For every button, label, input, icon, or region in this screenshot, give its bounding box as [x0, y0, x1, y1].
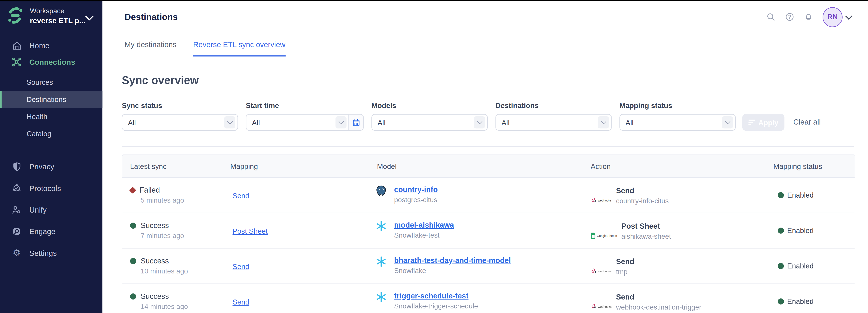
filter-start-time: Start time All — [246, 101, 364, 131]
webhooks-logo: webhooks — [591, 259, 612, 284]
unify-icon — [11, 205, 22, 215]
start-time-select[interactable]: All — [246, 114, 364, 131]
tab-my-destinations[interactable]: My destinations — [125, 40, 177, 57]
filter-destinations: Destinations All — [496, 101, 612, 131]
snowflake-icon — [375, 256, 387, 268]
mapping-link[interactable]: Send — [232, 262, 249, 271]
table-row: Success 7 minutes ago Post Sheet model-a… — [122, 213, 855, 248]
action-name: Send — [616, 186, 669, 195]
sidebar-item-label: Catalog — [27, 130, 51, 138]
failed-status-icon — [129, 187, 136, 194]
mapping-link[interactable]: Post Sheet — [232, 227, 268, 235]
filter-models: Models All — [371, 101, 488, 131]
enabled-dot-icon — [778, 192, 784, 198]
search-icon[interactable] — [766, 12, 775, 22]
destination-logo-label: webhooks — [598, 269, 612, 273]
sidebar: Workspace reverse ETL p... Home Connect — [0, 1, 102, 313]
sync-time: 5 minutes ago — [141, 196, 230, 204]
chevron-down-icon — [85, 12, 94, 21]
action-destination: country-info-citus — [616, 197, 669, 205]
webhooks-logo: webhooks — [591, 294, 612, 313]
section-heading: Sync overview — [122, 74, 868, 87]
success-status-icon — [130, 223, 136, 229]
sidebar-item-catalog[interactable]: Catalog — [0, 125, 102, 143]
chevron-down-icon — [598, 116, 609, 128]
help-icon[interactable] — [785, 12, 794, 22]
sidebar-item-sources[interactable]: Sources — [0, 74, 102, 91]
tab-reverse-etl-sync-overview[interactable]: Reverse ETL sync overview — [193, 40, 285, 57]
sidebar-item-protocols[interactable]: Protocols — [0, 180, 102, 196]
column-header-mapping: Mapping — [230, 162, 375, 170]
destination-logo-label: webhooks — [598, 198, 612, 202]
page-header: Destinations RN — [102, 1, 868, 33]
sidebar-item-label: Sources — [27, 78, 53, 86]
model-link[interactable]: trigger-schedule-test — [394, 291, 478, 301]
mapping-status-value: Enabled — [787, 191, 814, 199]
rudderstack-logo-icon — [5, 6, 24, 27]
clear-all-button[interactable]: Clear all — [793, 118, 820, 126]
sidebar-item-label: Home — [29, 41, 50, 50]
sidebar-item-label: Engage — [29, 227, 55, 236]
filter-label: Models — [371, 101, 488, 109]
action-name: Send — [616, 292, 701, 302]
workspace-eyebrow: Workspace — [30, 7, 86, 16]
models-select[interactable]: All — [371, 114, 488, 131]
sidebar-item-label: Health — [27, 113, 48, 121]
model-link[interactable]: bharath-test-day-and-time-model — [394, 256, 511, 265]
model-link[interactable]: model-aishikawa — [394, 220, 454, 230]
destination-logo-label: Google Sheets — [597, 234, 617, 237]
model-source: Snowflake-test — [394, 231, 454, 239]
webhooks-logo: webhooks — [591, 188, 612, 213]
sidebar-item-home[interactable]: Home — [0, 37, 102, 54]
action-destination: tmp — [616, 268, 634, 276]
sidebar-item-engage[interactable]: Engage — [0, 223, 102, 240]
table-row: Failed 5 minutes ago Send country-info p… — [122, 178, 855, 213]
sync-status-select[interactable]: All — [122, 114, 238, 131]
filter-icon — [748, 118, 755, 126]
table-row: Success 10 minutes ago Send bharath-test… — [122, 248, 855, 283]
filter-mapping-status: Mapping status All — [619, 101, 736, 131]
select-value: All — [246, 118, 260, 126]
mapping-status-value: Enabled — [787, 226, 814, 235]
destinations-select[interactable]: All — [496, 114, 612, 131]
enabled-dot-icon — [778, 263, 784, 269]
engage-icon — [11, 226, 22, 237]
user-menu[interactable]: RN — [823, 7, 851, 27]
protocols-icon — [11, 183, 22, 193]
model-link[interactable]: country-info — [394, 185, 438, 194]
sync-table: Latest sync Mapping Model Action Mapping… — [122, 155, 855, 313]
sync-time: 10 minutes ago — [141, 268, 230, 275]
table-row: Success 14 minutes ago Send trigger-sche… — [122, 283, 855, 313]
main-panel: Destinations RN — [102, 1, 868, 313]
filter-sync-status: Sync status All — [122, 101, 238, 131]
filter-label: Mapping status — [619, 101, 736, 109]
bell-icon[interactable] — [804, 12, 813, 22]
action-destination: webhook-destination-trigger — [616, 304, 701, 311]
sync-status: Failed — [140, 186, 160, 194]
filter-label: Destinations — [496, 101, 612, 109]
sidebar-item-label: Settings — [29, 249, 57, 257]
calendar-icon[interactable] — [348, 115, 363, 130]
sidebar-item-destinations[interactable]: Destinations — [0, 91, 102, 108]
mapping-status-value: Enabled — [787, 298, 814, 306]
sidebar-item-label: Connections — [29, 58, 75, 66]
column-header-action: Action — [591, 162, 773, 170]
chevron-down-icon — [722, 116, 733, 128]
avatar[interactable]: RN — [823, 7, 843, 27]
sidebar-item-settings[interactable]: ⚙ Settings — [0, 245, 102, 261]
sidebar-item-unify[interactable]: Unify — [0, 201, 102, 218]
mapping-link[interactable]: Send — [232, 298, 249, 306]
workspace-switcher[interactable]: Workspace reverse ETL p... — [0, 1, 102, 32]
model-source: postgres-citus — [394, 196, 438, 204]
mapping-link[interactable]: Send — [232, 191, 249, 199]
apply-button[interactable]: Apply — [742, 114, 784, 131]
action-name: Post Sheet — [621, 221, 671, 231]
sync-status: Success — [141, 292, 169, 301]
mapping-status-select[interactable]: All — [619, 114, 736, 131]
sidebar-item-connections[interactable]: Connections — [0, 54, 102, 70]
chevron-down-icon — [845, 12, 852, 20]
sidebar-item-label: Protocols — [29, 184, 61, 192]
table-header-row: Latest sync Mapping Model Action Mapping… — [122, 155, 855, 178]
sidebar-item-health[interactable]: Health — [0, 108, 102, 125]
sidebar-item-privacy[interactable]: Privacy — [0, 158, 102, 175]
